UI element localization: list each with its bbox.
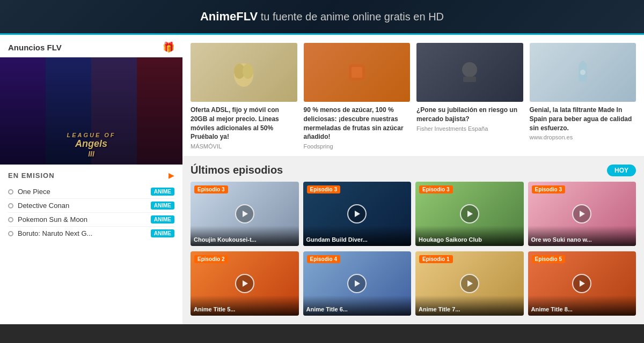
episode-title: Anime Title 6... (303, 295, 412, 316)
play-button-icon (347, 204, 367, 223)
en-emision-header: EN EMISION ▶ (8, 171, 174, 180)
ad-card[interactable]: 90 % menos de azúcar, 100 % deliciosas: … (304, 43, 411, 150)
today-badge: HOY (607, 165, 636, 176)
logo-line1: LEAGUE OF (67, 132, 115, 138)
play-triangle-icon (355, 211, 360, 217)
sidebar-list-item[interactable]: Boruto: Naruto Next G... ANIME (8, 227, 174, 240)
brand-name: AnimeFLV (200, 10, 258, 23)
en-emision-section: EN EMISION ▶ One Piece ANIME Detective C… (0, 165, 182, 243)
play-button-icon (572, 204, 591, 223)
episode-card[interactable]: Episodio 5 Anime Title 8... (528, 251, 636, 316)
episode-thumb: Episodio 4 Anime Title 6... (303, 251, 412, 316)
episode-card[interactable]: Episodio 3 Choujin Koukousei-t... (191, 182, 299, 246)
episode-thumb: Episodio 1 Anime Title 7... (415, 251, 524, 316)
episode-badge: Episodio 1 (419, 255, 453, 263)
episode-title: Houkago Saikoro Club (415, 226, 524, 246)
play-button-icon (347, 274, 367, 293)
episode-grid-row2: Episodio 2 Anime Title 5... Episodio 4 A… (182, 251, 644, 321)
episode-badge: Episodio 5 (532, 255, 566, 263)
episode-title: Anime Title 8... (528, 295, 636, 316)
logo-line3: III (67, 150, 115, 158)
ad-title: 90 % menos de azúcar, 100 % deliciosas: … (304, 106, 411, 141)
ad-title: Oferta ADSL, fijo y móvil con 20GB al me… (191, 106, 297, 141)
episode-badge: Episodio 3 (419, 185, 453, 193)
episode-thumb: Episodio 3 Ore wo Suki nano w... (528, 182, 636, 246)
episode-card[interactable]: Episodio 3 Houkago Saikoro Club (415, 182, 524, 246)
play-button-icon (572, 274, 591, 293)
dot-icon (8, 231, 13, 236)
ad-image (530, 43, 636, 102)
play-triangle-icon (355, 280, 360, 287)
ad-image (191, 43, 297, 102)
list-item-left: Boruto: Naruto Next G... (8, 229, 92, 237)
episode-badge: Episodio 3 (194, 185, 228, 193)
episode-thumb: Episodio 3 Choujin Koukousei-t... (191, 182, 299, 246)
ad-card[interactable]: ¿Pone su jubilación en riesgo un mercado… (416, 43, 523, 150)
list-item-left: Pokemon Sun & Moon (8, 215, 87, 223)
sidebar-list-item[interactable]: Pokemon Sun & Moon ANIME (8, 213, 174, 227)
episode-badge: Episodio 3 (307, 185, 341, 193)
list-item-left: One Piece (8, 188, 50, 196)
sidebar-list: One Piece ANIME Detective Conan ANIME Po… (8, 185, 174, 240)
play-button-icon (460, 274, 479, 293)
char-col-4 (137, 57, 182, 165)
list-item-left: Detective Conan (8, 202, 69, 210)
play-triangle-icon (580, 211, 585, 217)
content-area: Oferta ADSL, fijo y móvil con 20GB al me… (182, 35, 644, 324)
ad-card[interactable]: Genial, la lata filtrante Made In Spain … (530, 43, 636, 150)
svg-rect-4 (352, 67, 362, 78)
en-emision-title: EN EMISION (8, 172, 55, 180)
sidebar-banner[interactable]: LEAGUE OF Angels III (0, 57, 182, 165)
svg-rect-6 (463, 77, 476, 82)
ad-title: ¿Pone su jubilación en riesgo un mercado… (416, 106, 523, 124)
episode-thumb: Episodio 2 Anime Title 5... (191, 251, 299, 316)
svg-point-2 (243, 64, 253, 79)
episode-card[interactable]: Episodio 3 Ore wo Suki nano w... (528, 182, 636, 246)
ad-source: MÁSMÓVIL (191, 143, 297, 150)
ad-source: www.dropson.es (530, 134, 636, 140)
item-name: Pokemon Sun & Moon (18, 215, 87, 223)
play-triangle-icon (467, 211, 473, 217)
sidebar-list-item[interactable]: Detective Conan ANIME (8, 199, 174, 213)
dot-icon (8, 203, 13, 208)
anuncios-title: Anuncios FLV (8, 43, 62, 52)
episode-card[interactable]: Episodio 3 Gundam Build Diver... (303, 182, 412, 246)
play-triangle-icon (243, 211, 248, 217)
anime-badge: ANIME (151, 188, 174, 196)
episode-thumb: Episodio 5 Anime Title 8... (528, 251, 636, 316)
dot-icon (8, 189, 13, 195)
episode-card[interactable]: Episodio 2 Anime Title 5... (191, 251, 299, 316)
ad-card[interactable]: Oferta ADSL, fijo y móvil con 20GB al me… (191, 43, 297, 150)
episode-badge: Episodio 2 (194, 255, 228, 263)
episode-title: Gundam Build Diver... (303, 226, 412, 246)
logo-line2: Angels (67, 138, 115, 150)
episode-card[interactable]: Episodio 1 Anime Title 7... (415, 251, 524, 316)
ad-image (416, 43, 523, 102)
ads-row: Oferta ADSL, fijo y móvil con 20GB al me… (182, 35, 644, 156)
episode-title: Choujin Koukousei-t... (191, 226, 299, 246)
svg-point-5 (462, 62, 477, 77)
section-title: Últimos episodios (191, 164, 283, 176)
play-button-icon (235, 274, 254, 293)
ad-source: Foodspring (304, 143, 411, 150)
play-button-icon (235, 204, 254, 223)
char-col-1 (0, 57, 46, 165)
sidebar-list-item[interactable]: One Piece ANIME (8, 185, 174, 199)
ad-title: Genial, la lata filtrante Made In Spain … (530, 106, 636, 132)
tagline: tu fuente de anime online gratis en HD (258, 11, 444, 23)
episode-card[interactable]: Episodio 4 Anime Title 6... (303, 251, 412, 316)
ad-image (304, 43, 411, 102)
anime-badge: ANIME (151, 202, 174, 210)
episode-badge: Episodio 3 (532, 185, 566, 193)
play-triangle-icon (243, 280, 248, 287)
episode-title: Anime Title 5... (191, 295, 299, 316)
item-name: One Piece (18, 188, 50, 196)
anuncios-header: Anuncios FLV 🎁 (0, 35, 182, 57)
top-banner: AnimeFLV tu fuente de anime online grati… (0, 0, 644, 35)
arrow-right-icon: ▶ (169, 171, 174, 180)
episode-title: Ore wo Suki nano w... (528, 226, 636, 246)
episode-grid: Episodio 3 Choujin Koukousei-t... Episod… (182, 182, 644, 251)
episode-badge: Episodio 4 (307, 255, 341, 263)
episode-title: Anime Title 7... (415, 295, 524, 316)
play-button-icon (460, 204, 479, 223)
